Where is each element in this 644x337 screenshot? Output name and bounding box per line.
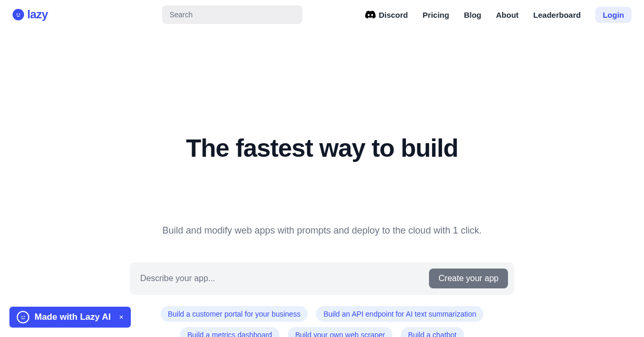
made-with-lazy-badge[interactable]: Made with Lazy AI × — [9, 307, 131, 328]
nav: Discord Pricing Blog About Leaderboard L… — [365, 7, 631, 23]
suggestion-pill[interactable]: Build a customer portal for your busines… — [161, 306, 308, 322]
suggestion-pills: Build a customer portal for your busines… — [113, 306, 532, 337]
badge-close-icon[interactable]: × — [119, 313, 123, 321]
hero-subtitle: Build and modify web apps with prompts a… — [0, 225, 644, 236]
nav-blog[interactable]: Blog — [464, 10, 481, 19]
main: The fastest way to build Build and modif… — [0, 29, 644, 337]
badge-text: Made with Lazy AI — [35, 312, 111, 322]
nav-discord[interactable]: Discord — [365, 10, 408, 19]
suggestion-pill[interactable]: Build your own web scraper — [288, 327, 392, 337]
lazy-logo-icon — [13, 9, 24, 20]
logo[interactable]: lazy — [13, 8, 48, 21]
hero-title: The fastest way to build — [0, 134, 644, 162]
suggestion-pill[interactable]: Build an API endpoint for AI text summar… — [316, 306, 483, 322]
svg-point-1 — [19, 14, 20, 15]
lazy-badge-icon — [17, 311, 29, 323]
prompt-container: Create your app — [130, 262, 514, 295]
nav-leaderboard[interactable]: Leaderboard — [533, 10, 581, 19]
svg-point-0 — [17, 14, 18, 15]
nav-about[interactable]: About — [496, 10, 518, 19]
header: lazy Discord Pricing Blog About Leaderbo… — [0, 0, 644, 29]
suggestion-pill[interactable]: Build a chatbot — [401, 327, 464, 337]
nav-pricing[interactable]: Pricing — [423, 10, 449, 19]
search-wrapper — [162, 5, 302, 24]
suggestion-pill[interactable]: Build a metrics dashboard — [180, 327, 279, 337]
svg-point-2 — [21, 316, 22, 317]
svg-point-3 — [24, 316, 25, 317]
nav-discord-label: Discord — [379, 10, 408, 19]
discord-icon — [365, 10, 376, 19]
prompt-input[interactable] — [136, 270, 424, 287]
logo-text: lazy — [27, 8, 48, 21]
search-input[interactable] — [162, 5, 302, 24]
login-button[interactable]: Login — [595, 7, 631, 23]
create-app-button[interactable]: Create your app — [429, 269, 508, 288]
